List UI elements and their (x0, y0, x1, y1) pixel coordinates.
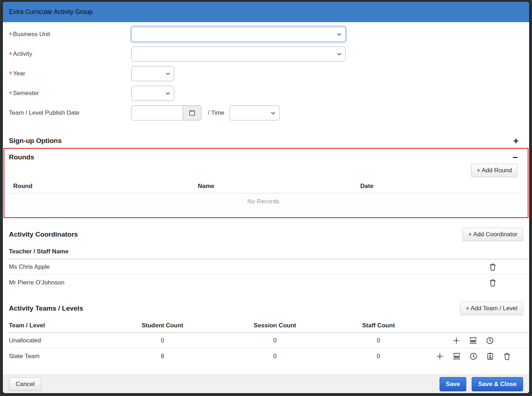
modal-header: Extra Curricular Activity Group (3, 2, 529, 22)
time-select[interactable] (230, 105, 280, 120)
required-asterisk: * (9, 71, 12, 78)
coordinators-column-header: Teacher / Staff Name (9, 248, 523, 255)
group-icon[interactable] (469, 336, 477, 345)
teams-col-session-count: Session Count (209, 322, 341, 329)
year-select[interactable] (131, 66, 174, 81)
teams-title: Activity Teams / Levels (9, 305, 83, 312)
teams-table-header: Team / Level Student Count Session Count… (9, 322, 528, 329)
time-select-wrap (230, 105, 280, 120)
add-coordinator-button[interactable]: + Add Coordinator (462, 228, 523, 241)
team-student-count: 0 (116, 337, 209, 344)
publish-date-row: Team / Level Publish Date / Time (9, 105, 523, 120)
team-actions (416, 352, 528, 361)
publish-date-group: / Time (131, 105, 280, 120)
calendar-icon (189, 109, 196, 117)
team-student-count: 8 (116, 353, 209, 360)
publish-date-input[interactable] (131, 105, 183, 120)
modal-footer: Cancel Save Save & Close (3, 375, 529, 393)
required-asterisk: * (9, 51, 12, 59)
activity-row: * Activity (9, 46, 523, 61)
modal-title: Extra Curricular Activity Group (9, 8, 92, 16)
modal-body: * Business Unit * Activity (3, 22, 529, 375)
clipboard-person-icon[interactable] (486, 352, 495, 361)
rounds-section-highlighted: Rounds − + Add Round Round Name Date No … (4, 148, 528, 218)
coordinators-title: Activity Coordinators (9, 231, 78, 238)
activity-label: * Activity (9, 50, 131, 58)
teams-col-student-count: Student Count (116, 322, 209, 329)
form-area: * Business Unit * Activity (3, 22, 529, 120)
cancel-button[interactable]: Cancel (9, 377, 41, 391)
semester-select-wrap (131, 86, 174, 101)
business-unit-label: * Business Unit (9, 31, 131, 38)
business-unit-select[interactable] (131, 27, 346, 42)
rounds-col-date: Date (360, 183, 518, 190)
extra-curricular-activity-group-modal: Extra Curricular Activity Group * Busine… (3, 2, 529, 393)
coordinator-actions (457, 263, 528, 271)
team-row: Unallocated 0 0 0 (9, 333, 528, 348)
publish-date-label: Team / Level Publish Date (9, 109, 131, 117)
rounds-col-round: Round (13, 183, 198, 190)
teams-col-staff-count: Staff Count (341, 322, 416, 329)
team-name: Unallocated (9, 337, 116, 344)
activity-select[interactable] (131, 46, 346, 61)
save-button[interactable]: Save (440, 377, 467, 391)
save-and-close-button[interactable]: Save & Close (472, 377, 523, 391)
plus-icon[interactable] (436, 352, 444, 361)
signup-options-section-header: Sign-up Options + (9, 137, 518, 145)
group-icon[interactable] (452, 352, 461, 361)
business-unit-row: * Business Unit (9, 27, 523, 42)
coordinator-row: Ms Chris Apple (9, 259, 528, 275)
clock-icon[interactable] (469, 352, 478, 361)
signup-options-expand-toggle plus-icon[interactable]: + (513, 137, 518, 144)
teams-section-header: Activity Teams / Levels + Add Team / Lev… (9, 302, 523, 315)
footer-actions: Save Save & Close (440, 377, 523, 391)
add-round-button[interactable]: + Add Round (471, 164, 518, 177)
date-picker-button[interactable] (183, 105, 201, 120)
rounds-section-header: Rounds − (9, 153, 518, 161)
team-staff-count: 0 (341, 337, 416, 344)
team-actions (416, 336, 528, 345)
add-team-level-button[interactable]: + Add Team / Level (460, 302, 523, 315)
team-session-count: 0 (209, 337, 341, 344)
rounds-table-header: Round Name Date (9, 183, 518, 190)
clock-icon[interactable] (486, 336, 494, 345)
plus-icon[interactable] (452, 336, 461, 345)
semester-label: * Semester (9, 90, 131, 97)
coordinator-actions (457, 278, 528, 287)
activity-select-wrap (131, 46, 346, 61)
rounds-empty-state: No Records (9, 193, 518, 212)
rounds-toolbar: + Add Round (9, 164, 518, 177)
trash-icon[interactable] (503, 352, 511, 361)
time-label: / Time (208, 109, 224, 117)
signup-options-title: Sign-up Options (9, 137, 62, 145)
team-row: State Team 8 0 0 (9, 348, 528, 364)
required-asterisk: * (9, 32, 12, 39)
coordinator-name: Ms Chris Apple (9, 263, 457, 271)
coordinator-name: Mr Pierre O'Johnson (9, 279, 457, 286)
trash-icon[interactable] (488, 263, 497, 271)
coordinator-row: Mr Pierre O'Johnson (9, 275, 528, 290)
semester-row: * Semester (9, 86, 523, 101)
team-session-count: 0 (209, 353, 341, 360)
rounds-col-name: Name (198, 183, 360, 190)
team-name: State Team (9, 353, 116, 360)
year-select-wrap (131, 66, 174, 81)
year-row: * Year (9, 66, 523, 81)
trash-icon[interactable] (488, 278, 497, 287)
required-asterisk: * (9, 91, 12, 98)
semester-select[interactable] (131, 86, 174, 101)
year-label: * Year (9, 70, 131, 77)
teams-col-team-level: Team / Level (9, 322, 116, 329)
coordinators-section-header: Activity Coordinators + Add Coordinator (9, 228, 523, 241)
rounds-collapse-toggle minus-icon[interactable]: − (512, 154, 518, 161)
team-staff-count: 0 (341, 353, 416, 360)
rounds-title: Rounds (9, 153, 34, 161)
business-unit-select-wrap (131, 27, 346, 42)
